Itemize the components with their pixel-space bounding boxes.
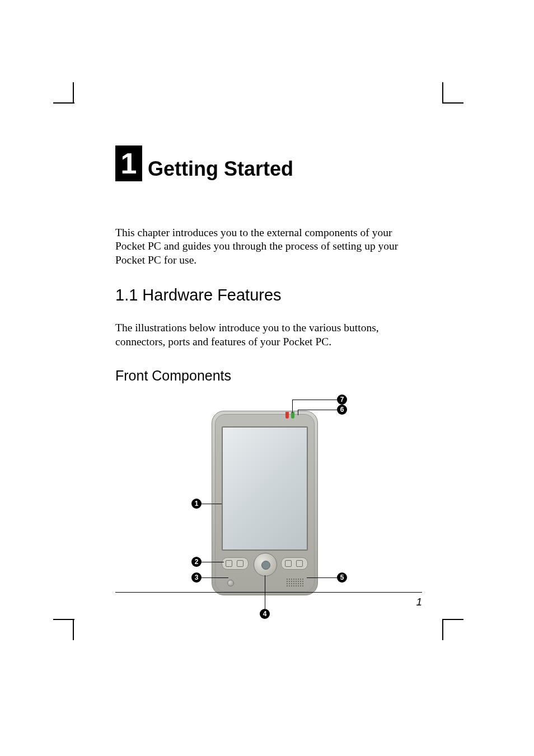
button-icon	[226, 560, 232, 567]
left-button-pair	[222, 557, 249, 570]
callout-5: 5	[337, 572, 347, 583]
callout-2: 2	[191, 557, 202, 567]
page-number: 1	[115, 596, 422, 608]
lead-line	[292, 400, 293, 413]
microphone-icon	[227, 580, 234, 586]
crop-mark	[73, 619, 74, 640]
button-icon	[296, 560, 303, 567]
chapter-number: 1	[121, 149, 137, 178]
callout-1: 1	[191, 499, 202, 509]
crop-mark	[53, 619, 74, 620]
speaker-grille-icon	[287, 579, 306, 589]
lead-line	[298, 410, 298, 415]
lead-line	[292, 400, 337, 400]
section-paragraph: The illustrations below introduce you to…	[115, 321, 422, 349]
button-bar	[222, 555, 308, 576]
content-area: 1 Getting Started This chapter introduce…	[115, 145, 422, 631]
chapter-title: Getting Started	[148, 159, 293, 181]
crop-mark	[442, 619, 463, 620]
callout-4: 4	[260, 609, 270, 619]
navigation-pad-icon	[254, 553, 277, 576]
page-footer: 1	[115, 592, 422, 608]
pocket-pc-device	[212, 411, 318, 595]
callout-7: 7	[337, 395, 347, 405]
subsection-title: Front Components	[115, 368, 422, 384]
button-icon	[237, 560, 243, 567]
crop-mark	[73, 82, 74, 104]
crop-mark	[442, 102, 463, 104]
led-green-icon	[291, 412, 294, 419]
intro-paragraph: This chapter introduces you to the exter…	[115, 226, 422, 267]
lead-line	[307, 577, 337, 578]
led-red-icon	[285, 412, 289, 419]
callout-3: 3	[191, 572, 202, 583]
footer-rule	[115, 592, 422, 593]
page: 1 Getting Started This chapter introduce…	[0, 0, 534, 756]
right-button-pair	[281, 557, 308, 570]
chapter-number-box: 1	[115, 145, 142, 181]
lead-line	[202, 562, 224, 562]
section-title: 1.1 Hardware Features	[115, 286, 422, 304]
crop-mark	[442, 82, 443, 104]
chapter-heading: 1 Getting Started	[115, 145, 422, 181]
callout-6: 6	[337, 405, 347, 415]
lead-line	[298, 410, 337, 410]
crop-mark	[442, 619, 443, 640]
device-screen	[222, 426, 308, 551]
button-icon	[285, 560, 292, 567]
lead-line	[202, 577, 228, 578]
crop-mark	[53, 102, 74, 104]
lead-line	[202, 504, 222, 504]
